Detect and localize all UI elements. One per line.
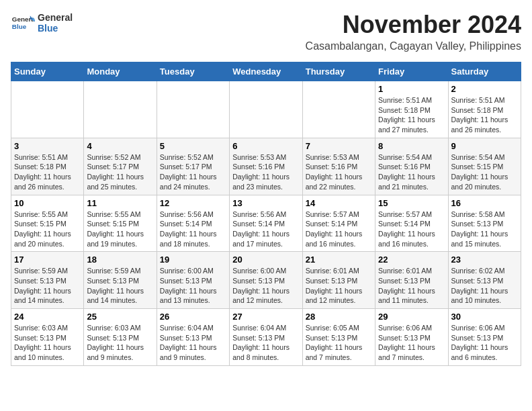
- calendar-cell: [302, 81, 375, 138]
- day-info: Sunrise: 6:01 AM Sunset: 5:13 PM Dayligh…: [306, 266, 372, 306]
- day-info: Sunrise: 5:54 AM Sunset: 5:16 PM Dayligh…: [378, 152, 445, 192]
- day-info: Sunrise: 5:53 AM Sunset: 5:16 PM Dayligh…: [232, 152, 299, 192]
- weekday-header-wednesday: Wednesday: [230, 62, 302, 81]
- day-info: Sunrise: 5:51 AM Sunset: 5:18 PM Dayligh…: [378, 95, 445, 135]
- calendar-cell: 2Sunrise: 5:51 AM Sunset: 5:18 PM Daylig…: [448, 81, 521, 138]
- calendar-cell: 20Sunrise: 6:00 AM Sunset: 5:13 PM Dayli…: [230, 252, 302, 309]
- calendar-cell: 29Sunrise: 6:06 AM Sunset: 5:13 PM Dayli…: [375, 309, 448, 366]
- day-number: 14: [306, 198, 372, 208]
- day-number: 20: [232, 255, 299, 265]
- day-number: 26: [160, 312, 226, 322]
- day-info: Sunrise: 6:02 AM Sunset: 5:13 PM Dayligh…: [451, 266, 518, 306]
- day-info: Sunrise: 6:05 AM Sunset: 5:13 PM Dayligh…: [306, 323, 372, 363]
- day-number: 15: [378, 198, 445, 208]
- general-blue-icon: General Blue: [11, 11, 35, 35]
- day-info: Sunrise: 6:00 AM Sunset: 5:13 PM Dayligh…: [232, 266, 299, 306]
- day-number: 5: [160, 141, 226, 151]
- calendar-week-4: 17Sunrise: 5:59 AM Sunset: 5:13 PM Dayli…: [11, 252, 521, 309]
- calendar-cell: 10Sunrise: 5:55 AM Sunset: 5:15 PM Dayli…: [11, 195, 84, 252]
- calendar-cell: 27Sunrise: 6:04 AM Sunset: 5:13 PM Dayli…: [230, 309, 302, 366]
- calendar-table: SundayMondayTuesdayWednesdayThursdayFrid…: [11, 62, 521, 366]
- day-info: Sunrise: 5:55 AM Sunset: 5:15 PM Dayligh…: [87, 210, 153, 249]
- calendar-cell: 28Sunrise: 6:05 AM Sunset: 5:13 PM Dayli…: [302, 309, 375, 366]
- day-number: 13: [232, 198, 299, 208]
- logo: General Blue General Blue: [11, 11, 73, 35]
- calendar-header: SundayMondayTuesdayWednesdayThursdayFrid…: [11, 62, 521, 81]
- calendar-cell: 15Sunrise: 5:57 AM Sunset: 5:14 PM Dayli…: [375, 195, 448, 252]
- calendar-week-1: 1Sunrise: 5:51 AM Sunset: 5:18 PM Daylig…: [11, 81, 521, 138]
- calendar-cell: [157, 81, 229, 138]
- logo-blue-text: Blue: [38, 23, 73, 34]
- day-info: Sunrise: 6:03 AM Sunset: 5:13 PM Dayligh…: [14, 323, 81, 363]
- day-number: 17: [14, 255, 81, 265]
- calendar-cell: 13Sunrise: 5:56 AM Sunset: 5:14 PM Dayli…: [230, 195, 302, 252]
- day-number: 3: [14, 141, 81, 151]
- top-row: General Blue General Blue November 2024 …: [11, 11, 521, 59]
- day-number: 25: [87, 312, 153, 322]
- calendar-cell: 30Sunrise: 6:06 AM Sunset: 5:13 PM Dayli…: [448, 309, 521, 366]
- day-number: 28: [306, 312, 372, 322]
- month-title: November 2024: [306, 11, 521, 39]
- calendar-cell: 5Sunrise: 5:52 AM Sunset: 5:17 PM Daylig…: [157, 138, 229, 195]
- weekday-header-thursday: Thursday: [302, 62, 375, 81]
- day-info: Sunrise: 6:00 AM Sunset: 5:13 PM Dayligh…: [160, 266, 226, 306]
- calendar-cell: 1Sunrise: 5:51 AM Sunset: 5:18 PM Daylig…: [375, 81, 448, 138]
- day-info: Sunrise: 6:03 AM Sunset: 5:13 PM Dayligh…: [87, 323, 153, 363]
- weekday-header-sunday: Sunday: [11, 62, 84, 81]
- calendar-cell: 26Sunrise: 6:04 AM Sunset: 5:13 PM Dayli…: [157, 309, 229, 366]
- calendar-cell: 3Sunrise: 5:51 AM Sunset: 5:18 PM Daylig…: [11, 138, 84, 195]
- day-number: 22: [378, 255, 445, 265]
- calendar-cell: 14Sunrise: 5:57 AM Sunset: 5:14 PM Dayli…: [302, 195, 375, 252]
- location-subtitle: Casambalangan, Cagayan Valley, Philippin…: [306, 40, 521, 52]
- day-number: 18: [87, 255, 153, 265]
- day-number: 12: [160, 198, 226, 208]
- calendar-week-3: 10Sunrise: 5:55 AM Sunset: 5:15 PM Dayli…: [11, 195, 521, 252]
- day-info: Sunrise: 5:52 AM Sunset: 5:17 PM Dayligh…: [87, 152, 153, 192]
- day-number: 19: [160, 255, 226, 265]
- weekday-header-tuesday: Tuesday: [157, 62, 229, 81]
- day-number: 24: [14, 312, 81, 322]
- calendar-cell: 16Sunrise: 5:58 AM Sunset: 5:13 PM Dayli…: [448, 195, 521, 252]
- calendar-cell: 24Sunrise: 6:03 AM Sunset: 5:13 PM Dayli…: [11, 309, 84, 366]
- day-info: Sunrise: 5:51 AM Sunset: 5:18 PM Dayligh…: [451, 95, 518, 135]
- day-number: 9: [451, 141, 518, 151]
- day-info: Sunrise: 5:53 AM Sunset: 5:16 PM Dayligh…: [306, 152, 372, 192]
- day-info: Sunrise: 5:59 AM Sunset: 5:13 PM Dayligh…: [87, 266, 153, 306]
- calendar-cell: 18Sunrise: 5:59 AM Sunset: 5:13 PM Dayli…: [84, 252, 157, 309]
- calendar-week-2: 3Sunrise: 5:51 AM Sunset: 5:18 PM Daylig…: [11, 138, 521, 195]
- day-info: Sunrise: 5:57 AM Sunset: 5:14 PM Dayligh…: [306, 210, 372, 249]
- day-info: Sunrise: 6:04 AM Sunset: 5:13 PM Dayligh…: [160, 323, 226, 363]
- calendar-cell: [84, 81, 157, 138]
- day-number: 23: [451, 255, 518, 265]
- day-info: Sunrise: 5:59 AM Sunset: 5:13 PM Dayligh…: [14, 266, 81, 306]
- day-info: Sunrise: 5:55 AM Sunset: 5:15 PM Dayligh…: [14, 210, 81, 249]
- calendar-cell: 22Sunrise: 6:01 AM Sunset: 5:13 PM Dayli…: [375, 252, 448, 309]
- logo-general-text: General: [38, 12, 73, 23]
- calendar-cell: 6Sunrise: 5:53 AM Sunset: 5:16 PM Daylig…: [230, 138, 302, 195]
- day-info: Sunrise: 5:56 AM Sunset: 5:14 PM Dayligh…: [232, 210, 299, 249]
- calendar-cell: 23Sunrise: 6:02 AM Sunset: 5:13 PM Dayli…: [448, 252, 521, 309]
- day-number: 7: [306, 141, 372, 151]
- calendar-cell: 9Sunrise: 5:54 AM Sunset: 5:15 PM Daylig…: [448, 138, 521, 195]
- calendar-cell: [11, 81, 84, 138]
- day-number: 8: [378, 141, 445, 151]
- day-number: 29: [378, 312, 445, 322]
- day-number: 1: [378, 84, 445, 94]
- calendar-cell: 4Sunrise: 5:52 AM Sunset: 5:17 PM Daylig…: [84, 138, 157, 195]
- day-info: Sunrise: 6:01 AM Sunset: 5:13 PM Dayligh…: [378, 266, 445, 306]
- day-number: 4: [87, 141, 153, 151]
- day-info: Sunrise: 5:51 AM Sunset: 5:18 PM Dayligh…: [14, 152, 81, 192]
- day-number: 10: [14, 198, 81, 208]
- day-info: Sunrise: 5:52 AM Sunset: 5:17 PM Dayligh…: [160, 152, 226, 192]
- day-number: 27: [232, 312, 299, 322]
- calendar-cell: 21Sunrise: 6:01 AM Sunset: 5:13 PM Dayli…: [302, 252, 375, 309]
- calendar-cell: 7Sunrise: 5:53 AM Sunset: 5:16 PM Daylig…: [302, 138, 375, 195]
- calendar-cell: 25Sunrise: 6:03 AM Sunset: 5:13 PM Dayli…: [84, 309, 157, 366]
- calendar-cell: 11Sunrise: 5:55 AM Sunset: 5:15 PM Dayli…: [84, 195, 157, 252]
- calendar-cell: 19Sunrise: 6:00 AM Sunset: 5:13 PM Dayli…: [157, 252, 229, 309]
- calendar-cell: 17Sunrise: 5:59 AM Sunset: 5:13 PM Dayli…: [11, 252, 84, 309]
- day-info: Sunrise: 5:54 AM Sunset: 5:15 PM Dayligh…: [451, 152, 518, 192]
- calendar-cell: 8Sunrise: 5:54 AM Sunset: 5:16 PM Daylig…: [375, 138, 448, 195]
- day-number: 21: [306, 255, 372, 265]
- day-info: Sunrise: 6:06 AM Sunset: 5:13 PM Dayligh…: [451, 323, 518, 363]
